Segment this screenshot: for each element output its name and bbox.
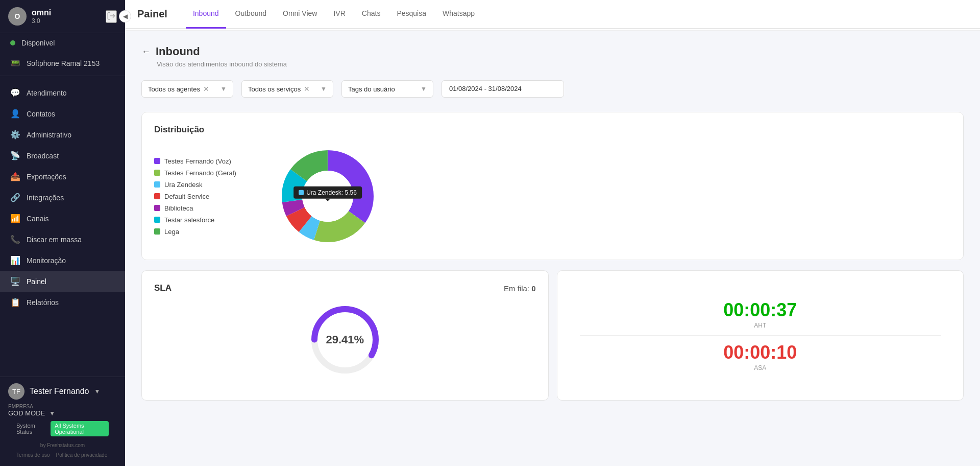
logout-button[interactable] <box>106 10 117 23</box>
tags-dropdown-arrow: ▼ <box>421 85 427 92</box>
sidebar-item-exportacoes[interactable]: 📤 Exportações <box>0 166 125 187</box>
company-label: EMPRESA <box>8 404 117 409</box>
company-chevron: ▼ <box>49 410 55 417</box>
sidebar-label: Contatos <box>27 110 55 118</box>
tags-filter[interactable]: Tags do usuário ▼ <box>341 80 433 98</box>
sidebar: O omni 3.0 Disponível 📟 Softphone Ramal … <box>0 0 125 466</box>
sidebar-footer: TF Tester Fernando ▼ EMPRESA GOD MODE ▼ … <box>0 377 125 466</box>
legend-label-3: Ura Zendesk <box>164 181 202 189</box>
sidebar-label: Broadcast <box>27 152 59 160</box>
legend-label-7: Lega <box>164 228 179 236</box>
services-filter[interactable]: Todos os serviços ✕ ▼ <box>241 80 333 98</box>
sidebar-item-relatorios[interactable]: 📋 Relatórios <box>0 292 125 313</box>
tab-omni-view[interactable]: Omni View <box>276 0 324 29</box>
agents-clear-button[interactable]: ✕ <box>203 85 209 93</box>
em-fila-label: Em fila: <box>504 284 529 293</box>
tab-inbound[interactable]: Inbound <box>186 0 226 29</box>
terms-link[interactable]: Termos de uso <box>16 452 50 458</box>
brand-name: omni <box>32 8 101 17</box>
agents-filter[interactable]: Todos os agentes ✕ ▼ <box>141 80 233 98</box>
legend-item-7: Lega <box>154 228 256 236</box>
legend-item-3: Ura Zendesk <box>154 181 256 189</box>
agents-filter-label: Todos os agentes <box>148 85 200 93</box>
sidebar-label: Administrativo <box>27 131 71 139</box>
tab-outbound[interactable]: Outbound <box>228 0 274 29</box>
section-subtitle: Visão dos atendimentos inbound do sistem… <box>157 60 964 68</box>
sidebar-item-administrativo[interactable]: ⚙️ Administrativo <box>0 124 125 145</box>
tab-pesquisa[interactable]: Pesquisa <box>389 0 433 29</box>
brand-version: 3.0 <box>32 17 101 25</box>
user-section[interactable]: TF Tester Fernando ▼ <box>8 383 117 400</box>
back-button[interactable]: ← <box>141 46 151 57</box>
date-value: 01/08/2024 - 31/08/2024 <box>449 85 522 92</box>
chart-legend: Testes Fernando (Voz) Testes Fernando (G… <box>154 157 256 236</box>
contatos-icon: 👤 <box>10 109 20 119</box>
sidebar-item-canais[interactable]: 📶 Canais <box>0 208 125 229</box>
atendimento-icon: 💬 <box>10 88 20 98</box>
sidebar-item-disponivel[interactable]: Disponível <box>0 33 125 53</box>
donut-chart <box>277 145 379 247</box>
filters-row: Todos os agentes ✕ ▼ Todos os serviços ✕… <box>141 80 964 98</box>
timers-card: 00:00:37 AHT 00:00:10 ASA <box>557 270 964 401</box>
legend-item-6: Testar salesforce <box>154 216 256 224</box>
sidebar-item-softphone[interactable]: 📟 Softphone Ramal 2153 <box>0 53 125 74</box>
sidebar-item-discar[interactable]: 📞 Discar em massa <box>0 229 125 250</box>
sidebar-label: Exportações <box>27 173 66 181</box>
sidebar-item-broadcast[interactable]: 📡 Broadcast <box>0 145 125 166</box>
company-name: GOD MODE <box>8 409 45 417</box>
powered-by: by Freshstatus.com <box>8 440 117 450</box>
services-clear-button[interactable]: ✕ <box>304 85 310 93</box>
sidebar-label: Painel <box>27 277 46 286</box>
status-dot <box>10 40 15 45</box>
legend-label-1: Testes Fernando (Voz) <box>164 157 231 165</box>
sidebar-item-painel[interactable]: 🖥️ Painel <box>0 271 125 292</box>
section-title: Inbound <box>156 45 200 58</box>
system-status-badge: All Systems Operational <box>51 421 109 436</box>
phone-icon: 📟 <box>10 58 20 68</box>
user-name: Tester Fernando <box>30 387 89 396</box>
discar-icon: 📞 <box>10 235 20 244</box>
asa-label: ASA <box>754 364 766 371</box>
integracoes-icon: 🔗 <box>10 193 20 202</box>
status-label: Disponível <box>21 39 55 47</box>
aht-value: 00:00:37 <box>723 299 797 321</box>
tab-whatsapp[interactable]: Whatsapp <box>435 0 482 29</box>
system-status-label: System Status <box>16 423 46 435</box>
distribution-card: Distribuição Testes Fernando (Voz) Teste… <box>141 112 964 260</box>
sidebar-item-monitoracao[interactable]: 📊 Monitoração <box>0 250 125 271</box>
exportacoes-icon: 📤 <box>10 172 20 181</box>
painel-icon: 🖥️ <box>10 276 20 286</box>
sidebar-item-atendimento[interactable]: 💬 Atendimento <box>0 82 125 103</box>
administrativo-icon: ⚙️ <box>10 130 20 139</box>
tags-filter-label: Tags do usuário <box>348 85 395 93</box>
legend-color-6 <box>154 217 160 223</box>
monitoracao-icon: 📊 <box>10 255 20 265</box>
tab-ivr[interactable]: IVR <box>326 0 352 29</box>
sla-title: SLA <box>154 283 172 293</box>
legend-item-5: Biblioteca <box>154 204 256 212</box>
legend-color-7 <box>154 228 160 235</box>
date-filter[interactable]: 01/08/2024 - 31/08/2024 <box>442 80 564 98</box>
main-area: Painel Inbound Outbound Omni View IVR Ch… <box>125 0 980 466</box>
sidebar-label: Discar em massa <box>27 236 82 244</box>
em-fila: Em fila: 0 <box>504 284 536 293</box>
tab-chats[interactable]: Chats <box>355 0 388 29</box>
collapse-button[interactable]: ◀ <box>119 10 131 22</box>
privacy-link[interactable]: Política de privacidade <box>56 452 108 458</box>
system-status: System Status All Systems Operational <box>16 421 109 436</box>
softphone-label: Softphone Ramal 2153 <box>27 59 100 67</box>
services-filter-label: Todos os serviços <box>248 85 301 93</box>
page-title: Painel <box>137 8 167 20</box>
legend-label-6: Testar salesforce <box>164 216 214 224</box>
progress-suffix: % <box>354 333 364 346</box>
sidebar-item-contatos[interactable]: 👤 Contatos <box>0 103 125 124</box>
footer-links: Termos de uso Política de privacidade <box>8 450 117 460</box>
section-header: ← Inbound <box>141 45 964 58</box>
sidebar-label: Atendimento <box>27 89 67 97</box>
em-fila-value: 0 <box>531 284 535 293</box>
sidebar-item-integracoes[interactable]: 🔗 Integrações <box>0 187 125 208</box>
user-chevron: ▼ <box>94 388 101 395</box>
company-section: EMPRESA GOD MODE ▼ <box>8 404 117 417</box>
legend-color-5 <box>154 205 160 211</box>
legend-item-1: Testes Fernando (Voz) <box>154 157 256 165</box>
